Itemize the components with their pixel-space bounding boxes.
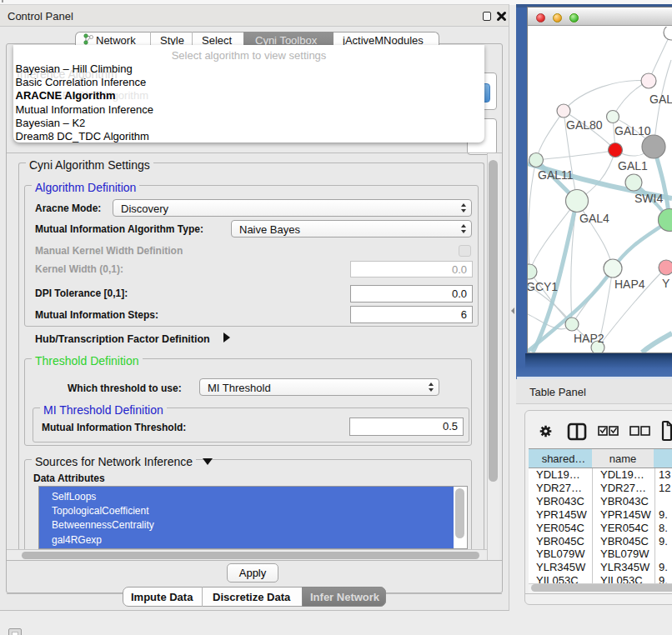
svg-text:GAL80: GAL80 <box>566 118 603 132</box>
svg-text:GCY1: GCY1 <box>528 280 558 293</box>
svg-text:HAP4: HAP4 <box>614 278 645 291</box>
svg-text:GAL1: GAL1 <box>618 159 648 172</box>
svg-text:SWI4: SWI4 <box>634 192 663 205</box>
svg-text:GAL7: GAL7 <box>649 92 672 106</box>
svg-text:GAL11: GAL11 <box>538 168 574 182</box>
svg-text:Y: Y <box>662 277 670 290</box>
svg-text:GAL4: GAL4 <box>579 212 609 225</box>
svg-text:GAL10: GAL10 <box>614 124 651 138</box>
svg-text:HAP2: HAP2 <box>574 332 604 345</box>
